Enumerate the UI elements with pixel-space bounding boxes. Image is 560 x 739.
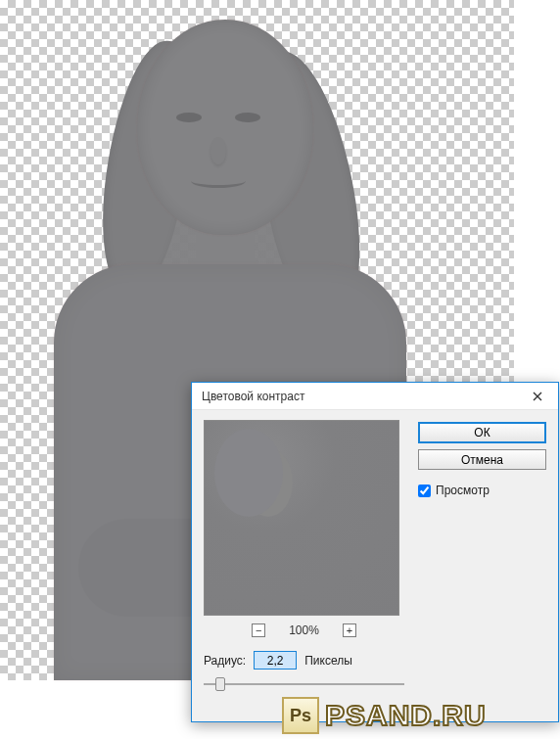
preview-checkbox-label: Просмотр: [436, 484, 490, 497]
close-icon: [533, 392, 542, 401]
cancel-button[interactable]: Отмена: [418, 449, 546, 470]
buttons-column: ОК Отмена Просмотр: [418, 420, 546, 693]
zoom-controls: − 100% +: [204, 624, 404, 637]
preview-checkbox[interactable]: [418, 485, 431, 497]
watermark: Ps PSAND.RU: [282, 696, 487, 735]
zoom-out-button[interactable]: −: [252, 624, 265, 637]
high-pass-dialog: Цветовой контраст − 100% + Радиус: Пиксе…: [191, 382, 559, 722]
radius-input[interactable]: [254, 651, 297, 670]
zoom-value: 100%: [289, 624, 319, 637]
radius-slider[interactable]: [204, 675, 404, 693]
preview-checkbox-row[interactable]: Просмотр: [418, 484, 546, 497]
preview-image: [205, 421, 398, 615]
slider-thumb[interactable]: [215, 677, 225, 691]
watermark-text: PSAND.RU: [325, 699, 487, 732]
slider-track: [204, 683, 404, 685]
preview-column: − 100% + Радиус: Пикселы: [204, 420, 404, 693]
zoom-in-button[interactable]: +: [343, 624, 356, 637]
dialog-title: Цветовой контраст: [202, 390, 523, 403]
ok-button[interactable]: ОК: [418, 422, 546, 443]
radius-label: Радиус:: [204, 654, 246, 668]
dialog-body: − 100% + Радиус: Пикселы ОК Отмена Просм…: [192, 410, 558, 705]
watermark-badge: Ps: [282, 697, 319, 734]
dialog-titlebar[interactable]: Цветовой контраст: [192, 383, 558, 410]
close-button[interactable]: [523, 386, 552, 407]
radius-units: Пикселы: [304, 654, 352, 668]
radius-row: Радиус: Пикселы: [204, 651, 404, 670]
preview-box[interactable]: [204, 420, 399, 616]
